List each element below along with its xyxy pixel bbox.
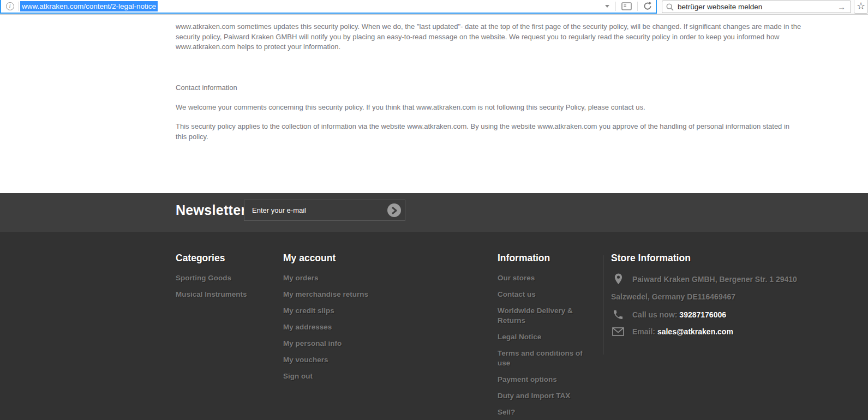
call-us-label: Call us now: bbox=[632, 310, 677, 319]
history-dropdown-icon[interactable] bbox=[605, 5, 609, 8]
store-email-text: Email: sales@atkraken.com bbox=[632, 327, 733, 336]
reader-mode-icon[interactable] bbox=[618, 2, 636, 10]
store-address-row2: Salzwedel, Germany DE116469467 bbox=[611, 292, 829, 301]
footer-information-column: Information Our stores Contact us Worldw… bbox=[498, 253, 595, 420]
store-address-line2: Salzwedel, Germany DE116469467 bbox=[611, 292, 735, 301]
search-input[interactable]: betrüger webseite melden → bbox=[662, 1, 851, 13]
newsletter-section: Newsletter bbox=[0, 193, 868, 232]
footer-store-information-column: Store Information Paiward Kraken GMBH, B… bbox=[611, 253, 829, 343]
footer-link-sign-out[interactable]: Sign out bbox=[283, 371, 403, 381]
envelope-icon bbox=[611, 327, 625, 336]
categories-heading: Categories bbox=[176, 253, 263, 264]
footer-link-sporting-goods[interactable]: Sporting Goods bbox=[176, 273, 263, 283]
footer-link-my-personal-info[interactable]: My personal info bbox=[283, 339, 403, 349]
footer-link-contact-us[interactable]: Contact us bbox=[498, 290, 595, 299]
footer-categories-column: Categories Sporting Goods Musical Instru… bbox=[176, 253, 263, 306]
footer-link-sell[interactable]: Sell? bbox=[498, 407, 595, 417]
urlbar-separator bbox=[615, 2, 616, 11]
footer-link-worldwide-delivery[interactable]: Worldwide Delivery & Returns bbox=[498, 306, 595, 326]
footer-link-my-merchandise-returns[interactable]: My merchandise returns bbox=[283, 290, 403, 299]
footer-column-divider bbox=[603, 255, 603, 355]
footer-link-musical-instruments[interactable]: Musical Instruments bbox=[176, 290, 263, 299]
reload-icon[interactable] bbox=[639, 2, 656, 10]
footer-link-payment-options[interactable]: Payment options bbox=[498, 375, 595, 385]
policy-update-paragraph: www.atkraken.com sometimes updates this … bbox=[176, 22, 802, 52]
footer-link-my-vouchers[interactable]: My vouchers bbox=[283, 355, 403, 365]
toolbar-divider bbox=[0, 14, 868, 15]
search-query-text: betrüger webseite melden bbox=[678, 3, 834, 11]
my-account-heading: My account bbox=[283, 253, 403, 264]
store-phone-text: Call us now: 39287176006 bbox=[632, 310, 726, 319]
search-icon bbox=[666, 3, 674, 11]
policy-applies-paragraph: This security policy applies to the coll… bbox=[176, 122, 802, 142]
store-phone-row: Call us now: 39287176006 bbox=[611, 309, 829, 320]
footer-link-my-credit-slips[interactable]: My credit slips bbox=[283, 306, 403, 316]
footer-link-our-stores[interactable]: Our stores bbox=[498, 273, 595, 283]
url-text[interactable]: www.atkraken.com/content/2-legal-notice bbox=[20, 1, 158, 11]
search-go-icon[interactable]: → bbox=[837, 2, 847, 11]
bookmark-star-button[interactable]: ☆ bbox=[854, 0, 868, 14]
store-address-row: Paiward Kraken GMBH, Bergener Str. 1 294… bbox=[611, 273, 829, 285]
store-information-heading: Store Information bbox=[611, 253, 829, 264]
footer-link-my-orders[interactable]: My orders bbox=[283, 273, 403, 283]
footer-link-duty-import-tax[interactable]: Duty and Import TAX bbox=[498, 391, 595, 401]
store-email-row: Email: sales@atkraken.com bbox=[611, 327, 829, 336]
footer-my-account-column: My account My orders My merchandise retu… bbox=[283, 253, 403, 388]
urlbar-separator bbox=[637, 2, 638, 11]
email-link[interactable]: sales@atkraken.com bbox=[657, 327, 733, 336]
urlbar-separator bbox=[18, 2, 19, 11]
footer-link-legal-notice[interactable]: Legal Notice bbox=[498, 332, 595, 342]
information-heading: Information bbox=[498, 253, 595, 264]
store-address-line1: Paiward Kraken GMBH, Bergener Str. 1 294… bbox=[632, 275, 797, 284]
newsletter-title: Newsletter bbox=[176, 202, 246, 218]
browser-toolbar: i www.atkraken.com/content/2-legal-notic… bbox=[0, 0, 868, 14]
footer-link-my-addresses[interactable]: My addresses bbox=[283, 322, 403, 332]
phone-icon bbox=[611, 309, 625, 320]
comments-paragraph: We welcome your comments concerning this… bbox=[176, 103, 809, 113]
site-identity-button[interactable]: i bbox=[3, 0, 16, 13]
location-pin-icon bbox=[611, 273, 625, 285]
contact-information-heading: Contact information bbox=[176, 83, 237, 93]
site-footer: Categories Sporting Goods Musical Instru… bbox=[0, 232, 868, 420]
newsletter-email-input[interactable] bbox=[244, 206, 387, 214]
footer-link-terms-conditions[interactable]: Terms and conditions of use bbox=[498, 349, 595, 368]
newsletter-submit-button[interactable] bbox=[387, 203, 401, 217]
chevron-right-icon bbox=[391, 207, 398, 214]
info-icon: i bbox=[6, 2, 14, 10]
newsletter-form bbox=[244, 200, 405, 221]
url-bar[interactable]: i www.atkraken.com/content/2-legal-notic… bbox=[0, 0, 657, 14]
star-icon: ☆ bbox=[857, 0, 865, 12]
email-label: Email: bbox=[632, 327, 655, 336]
phone-number: 39287176006 bbox=[679, 310, 726, 319]
